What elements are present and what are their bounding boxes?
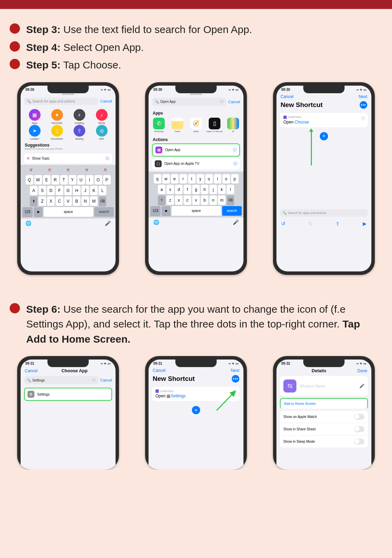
more-dots-button[interactable]: ••• (360, 101, 367, 109)
app-maps[interactable]: M (224, 118, 242, 132)
option-label: Show in Share Sheet (283, 427, 316, 431)
step-6-block: Step 6: Use the search for the app you w… (0, 289, 392, 353)
mic-icon[interactable]: 🎤 (233, 219, 239, 225)
bottom-search[interactable]: 🔍 Search for apps and actions (280, 209, 368, 217)
info-icon[interactable]: ⓘ (233, 147, 237, 152)
bullet-icon (10, 59, 20, 69)
action-open-app[interactable]: ▦ Open App ⓘ (152, 143, 240, 157)
backspace-key[interactable]: ⌫ (227, 195, 234, 205)
toggle[interactable] (354, 414, 364, 420)
info-icon[interactable]: ⓘ (233, 161, 237, 166)
action-label: Open App (165, 148, 180, 152)
search-input[interactable]: 🔍 Open App ⓧ (152, 98, 226, 106)
phone-6: 09:32 ▪▪✦▭ Details Done ⇆ Shortcut Name … (273, 356, 375, 470)
cancel-button[interactable]: Cancel (25, 368, 37, 373)
close-icon[interactable]: ⓧ (361, 116, 365, 121)
space-key[interactable]: space (172, 206, 221, 216)
action-show-topic[interactable]: N Show Topic ⓘ (24, 153, 112, 163)
app-notes[interactable]: Notes (168, 118, 186, 132)
emoji-key[interactable]: ☻ (162, 206, 171, 216)
search-key[interactable]: search (222, 206, 242, 216)
backspace-key[interactable]: ⌫ (99, 196, 106, 206)
add-action-button[interactable]: ＋ (320, 132, 328, 140)
num-key[interactable]: 123 (150, 206, 161, 216)
add-action-button[interactable]: ＋ (192, 406, 200, 414)
option-apple-watch[interactable]: Show on Apple Watch (280, 411, 368, 423)
cat-scripting[interactable]: xScripting (68, 109, 90, 124)
search-input[interactable]: 🔍 Search for apps and actions (24, 98, 98, 105)
shift-key[interactable]: ⬆ (30, 196, 37, 206)
globe-icon[interactable]: 🌐 (153, 219, 159, 225)
news-icon: N (27, 157, 29, 160)
phone-row-1: 09:30 ▪▪✦▭ 🔍 Search for apps and actions… (0, 79, 392, 289)
shortcut-name-row[interactable]: ⇆ Shortcut Name 🎤 (280, 376, 368, 396)
done-button[interactable]: Done (357, 368, 367, 373)
sheet-grabber[interactable] (62, 94, 74, 95)
num-key[interactable]: 123 (22, 207, 33, 217)
page-title: Details (312, 368, 326, 373)
search-icon: 🔍 (155, 100, 159, 104)
cancel-button[interactable]: Cancel (100, 378, 112, 382)
space-key[interactable]: space (44, 207, 93, 217)
undo-icon[interactable]: ↺ (281, 221, 285, 226)
sheet-grabber[interactable] (190, 94, 202, 95)
mic-icon[interactable]: 🎤 (359, 384, 364, 388)
share-icon[interactable]: ⇪ (336, 221, 340, 226)
category-grid: ▦Apps ♥Favourites xScripting ♪Media ➤Loc… (21, 107, 116, 140)
keyboard[interactable]: qwertyuiop asdfghjkl ⇧ zxcvbnm ⌫ 123 ☻ s… (149, 172, 243, 217)
cancel-button[interactable]: Cancel (281, 94, 293, 99)
suggestions-header: Suggestions (21, 140, 116, 148)
app-tv-remote[interactable]: ▯Apple TV Remote (206, 118, 224, 132)
phone-3: 09:30 ▪▪✦▭ Cancel Next New Shortcut ••• … (273, 82, 375, 275)
toggle[interactable] (354, 426, 364, 432)
search-icon: 🔍 (27, 378, 31, 382)
status-time: 09:30 (25, 88, 34, 92)
choose-button[interactable]: Choose (295, 120, 309, 125)
toggle[interactable] (354, 439, 364, 444)
shortcut-name-placeholder: Shortcut Name (300, 384, 356, 388)
actions-header: Actions (149, 135, 243, 142)
info-icon[interactable]: ⓘ (106, 156, 109, 161)
globe-icon[interactable]: 🌐 (25, 221, 31, 226)
action-card[interactable]: SCRIPTING Open Choose ⓧ (280, 113, 368, 127)
scripting-icon (155, 389, 159, 393)
more-dots-button[interactable]: ••• (232, 375, 239, 383)
shift-key[interactable]: ⇧ (158, 195, 165, 205)
cat-location[interactable]: ➤Location (23, 125, 46, 140)
bullet-icon (10, 303, 20, 313)
option-add-home[interactable]: Add to Home Screen (280, 398, 368, 409)
mic-icon[interactable]: 🎤 (105, 221, 111, 226)
clear-icon[interactable]: ⓧ (92, 378, 96, 383)
app-whatsapp[interactable]: ✆WhatsApp (150, 118, 168, 132)
search-key[interactable]: search (94, 207, 114, 217)
search-value: Open App (160, 100, 175, 104)
keyboard[interactable]: NNNNN QWERTYUIOP ASDFGHJKL ⬆ ZXCVBNM ⌫ 1… (21, 165, 116, 218)
cat-sharing[interactable]: ⇧Sharing (68, 125, 90, 140)
play-icon[interactable]: ▶ (363, 221, 367, 226)
options-list: Add to Home Screen (280, 398, 368, 409)
action-open-app-tv[interactable]: ▢ Open App on Apple TV ⓘ (152, 158, 240, 170)
search-input[interactable]: 🔍 Settings ⓧ (24, 376, 98, 384)
cat-documents[interactable]: ▯Documents (46, 125, 68, 140)
top-steps: Step 3: Use the text field to search for… (0, 9, 392, 79)
key[interactable]: Q (26, 175, 33, 185)
option-share-sheet[interactable]: Show in Share Sheet (280, 423, 368, 436)
next-button[interactable]: Next (231, 368, 239, 373)
cat-favourites[interactable]: ♥Favourites (46, 109, 68, 124)
emoji-key[interactable]: ☻ (34, 207, 43, 217)
option-sleep-mode[interactable]: Show in Sleep Mode (280, 436, 368, 448)
clear-icon[interactable]: ⓧ (220, 99, 224, 104)
app-safari[interactable]: 🧭Safari (187, 118, 205, 132)
cancel-button[interactable]: Cancel (228, 100, 240, 104)
phone-2: 09:30 ▪▪✦▭ 🔍 Open App ⓧ Cancel Apps ✆Wha… (145, 82, 247, 275)
shortcut-icon[interactable]: ⇆ (283, 379, 296, 393)
cat-apps[interactable]: ▦Apps (23, 109, 46, 124)
cancel-button[interactable]: Cancel (100, 99, 112, 103)
cat-web[interactable]: ◎Web (90, 125, 113, 140)
chosen-app[interactable]: Settings (171, 394, 186, 398)
cancel-button[interactable]: Cancel (153, 368, 165, 373)
next-button[interactable]: Next (359, 94, 367, 99)
scripting-icon (283, 116, 287, 119)
result-settings[interactable]: ⚙ Settings (24, 388, 112, 401)
cat-media[interactable]: ♪Media (90, 109, 113, 124)
